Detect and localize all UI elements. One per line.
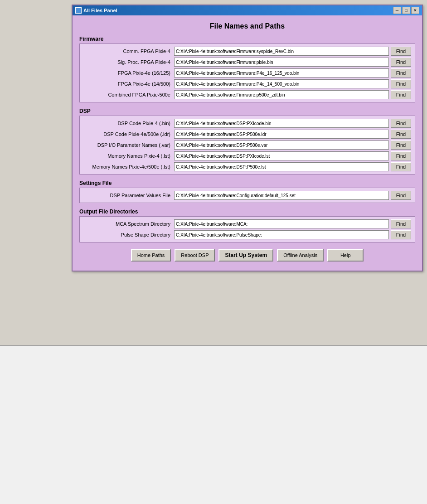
all-files-panel-window: All Files Panel ─ □ ✕ File Names and Pat…	[72, 5, 423, 271]
help-button[interactable]: Help	[327, 249, 364, 262]
output-section-box: MCA Spectrum Directory Find Pulse Shape …	[79, 216, 415, 242]
output-label-1: Pulse Shape Directory	[83, 232, 174, 237]
dsp-input-1[interactable]	[174, 130, 389, 139]
output-find-0[interactable]: Find	[391, 219, 411, 228]
dsp-row-0: DSP Code Pixie-4 (.bin) Find	[83, 119, 411, 128]
start-up-system-button[interactable]: Start Up System	[218, 249, 273, 262]
dsp-find-0[interactable]: Find	[391, 119, 411, 128]
desktop: All Files Panel ─ □ ✕ File Names and Pat…	[0, 0, 427, 504]
close-button[interactable]: ✕	[411, 7, 419, 14]
firmware-row-4: Combined FPGA Pixie-500e Find	[83, 90, 411, 99]
dsp-input-4[interactable]	[174, 162, 389, 171]
firmware-section: Firmware Comm. FPGA Pixie-4 Find Sig. Pr…	[79, 36, 415, 102]
firmware-input-4[interactable]	[174, 90, 389, 99]
firmware-input-2[interactable]	[174, 68, 389, 78]
window-content: File Names and Paths Firmware Comm. FPGA…	[73, 15, 422, 271]
output-input-1[interactable]	[174, 230, 389, 239]
dsp-label-1: DSP Code Pixie-4e/500e (.ldr)	[83, 131, 174, 137]
dsp-section: DSP DSP Code Pixie-4 (.bin) Find DSP Cod…	[79, 108, 415, 174]
firmware-row-0: Comm. FPGA Pixie-4 Find	[83, 47, 411, 56]
dsp-row-3: Memory Names Pixie-4 (.lst) Find	[83, 151, 411, 160]
window-title: All Files Panel	[83, 8, 117, 13]
dsp-label-3: Memory Names Pixie-4 (.lst)	[83, 153, 174, 159]
settings-section-label: Settings File	[79, 180, 415, 186]
firmware-label-2: FPGA Pixie-4e (16/125)	[83, 70, 174, 76]
output-label-0: MCA Spectrum Directory	[83, 221, 174, 227]
settings-section-box: DSP Parameter Values File Find	[79, 188, 415, 203]
output-section-label: Output File Directories	[79, 208, 415, 215]
firmware-find-2[interactable]: Find	[391, 68, 411, 78]
title-bar-buttons: ─ □ ✕	[393, 7, 419, 14]
dsp-input-0[interactable]	[174, 119, 389, 128]
dsp-section-label: DSP	[79, 108, 415, 114]
firmware-find-0[interactable]: Find	[391, 47, 411, 56]
firmware-row-2: FPGA Pixie-4e (16/125) Find	[83, 68, 411, 78]
firmware-label-4: Combined FPGA Pixie-500e	[83, 92, 174, 97]
output-input-0[interactable]	[174, 219, 389, 228]
dsp-row-4: Memory Names Pixie-4e/500e (.lst) Find	[83, 162, 411, 171]
home-paths-button[interactable]: Home Paths	[131, 249, 171, 262]
dsp-input-3[interactable]	[174, 151, 389, 160]
offline-analysis-button[interactable]: Offline Analysis	[277, 249, 324, 262]
title-bar-left: All Files Panel	[75, 7, 117, 14]
firmware-find-3[interactable]: Find	[391, 79, 411, 88]
firmware-input-0[interactable]	[174, 47, 389, 56]
dsp-input-2[interactable]	[174, 141, 389, 150]
dsp-row-2: DSP I/O Parameter Names (.var) Find	[83, 141, 411, 150]
output-find-1[interactable]: Find	[391, 230, 411, 239]
output-section: Output File Directories MCA Spectrum Dir…	[79, 208, 415, 242]
window-icon	[75, 7, 82, 14]
dsp-find-3[interactable]: Find	[391, 151, 411, 160]
settings-input-0[interactable]	[174, 191, 389, 200]
bottom-buttons: Home Paths Reboot DSP Start Up System Of…	[79, 249, 415, 264]
dsp-find-1[interactable]: Find	[391, 130, 411, 139]
page-title: File Names and Paths	[79, 22, 415, 30]
settings-find-0[interactable]: Find	[391, 191, 411, 200]
maximize-button[interactable]: □	[402, 7, 410, 14]
reboot-dsp-button[interactable]: Reboot DSP	[175, 249, 215, 262]
firmware-section-box: Comm. FPGA Pixie-4 Find Sig. Proc. FPGA …	[79, 44, 415, 102]
firmware-label-1: Sig. Proc. FPGA Pixie-4	[83, 59, 174, 65]
firmware-label-3: FPGA Pixie-4e (14/500)	[83, 81, 174, 87]
output-row-1: Pulse Shape Directory Find	[83, 230, 411, 239]
title-bar: All Files Panel ─ □ ✕	[73, 5, 422, 15]
output-row-0: MCA Spectrum Directory Find	[83, 219, 411, 228]
settings-row-0: DSP Parameter Values File Find	[83, 191, 411, 200]
settings-label-0: DSP Parameter Values File	[83, 193, 174, 198]
firmware-find-1[interactable]: Find	[391, 58, 411, 67]
dsp-find-4[interactable]: Find	[391, 162, 411, 171]
dsp-label-4: Memory Names Pixie-4e/500e (.lst)	[83, 164, 174, 170]
firmware-input-3[interactable]	[174, 79, 389, 88]
firmware-section-label: Firmware	[79, 36, 415, 42]
dsp-section-box: DSP Code Pixie-4 (.bin) Find DSP Code Pi…	[79, 116, 415, 174]
minimize-button[interactable]: ─	[393, 7, 401, 14]
dsp-row-1: DSP Code Pixie-4e/500e (.ldr) Find	[83, 130, 411, 139]
dsp-label-0: DSP Code Pixie-4 (.bin)	[83, 121, 174, 126]
firmware-find-4[interactable]: Find	[391, 90, 411, 99]
firmware-label-0: Comm. FPGA Pixie-4	[83, 48, 174, 54]
settings-section: Settings File DSP Parameter Values File …	[79, 180, 415, 203]
firmware-input-1[interactable]	[174, 58, 389, 67]
firmware-row-1: Sig. Proc. FPGA Pixie-4 Find	[83, 58, 411, 67]
firmware-row-3: FPGA Pixie-4e (14/500) Find	[83, 79, 411, 88]
dsp-find-2[interactable]: Find	[391, 141, 411, 150]
lower-desktop-area	[0, 345, 427, 504]
dsp-label-2: DSP I/O Parameter Names (.var)	[83, 142, 174, 148]
